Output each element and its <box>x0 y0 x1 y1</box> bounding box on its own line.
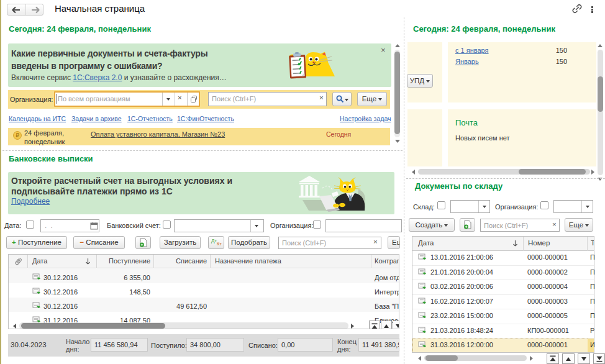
svg-text:₽: ₽ <box>16 132 19 139</box>
